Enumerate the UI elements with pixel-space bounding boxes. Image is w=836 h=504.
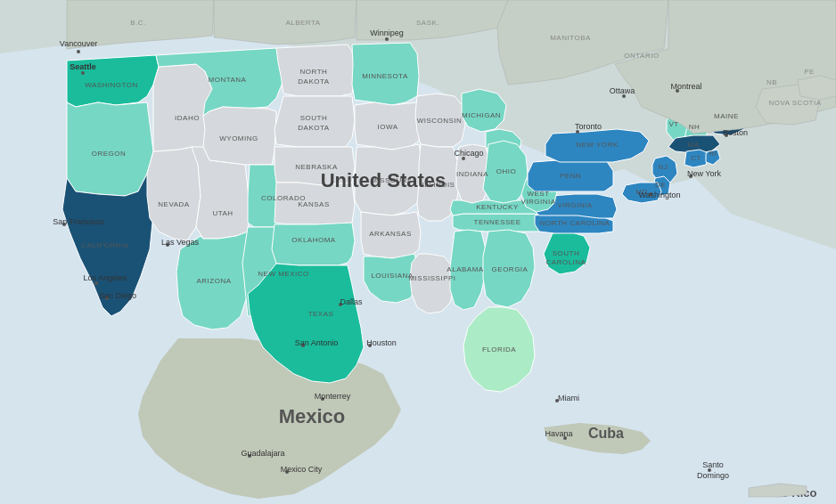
city-dot-la <box>94 281 98 285</box>
state-ok[interactable] <box>272 223 355 265</box>
city-dot-boston <box>725 134 728 137</box>
state-mo[interactable] <box>355 144 423 215</box>
state-ms[interactable] <box>410 254 455 313</box>
state-ny[interactable] <box>545 129 649 162</box>
city-dot-havana <box>563 436 567 440</box>
city-dot-seattle <box>81 71 85 75</box>
state-md[interactable] <box>622 183 661 203</box>
city-dot-guadalajara <box>248 454 251 458</box>
state-ia[interactable] <box>355 102 421 150</box>
state-wy[interactable] <box>203 107 276 165</box>
state-wi[interactable] <box>415 93 465 147</box>
city-dot-washington <box>649 192 652 196</box>
state-pa[interactable] <box>528 159 613 191</box>
city-dot-sf <box>62 223 66 226</box>
state-ne[interactable] <box>275 147 355 185</box>
state-ct[interactable] <box>684 150 709 167</box>
state-nv[interactable] <box>147 147 201 240</box>
state-ar[interactable] <box>361 212 421 258</box>
city-dot-miami <box>555 399 559 402</box>
city-dot-vancouver <box>77 50 80 53</box>
state-or[interactable] <box>67 102 153 196</box>
state-mn[interactable] <box>352 43 419 105</box>
city-dot-dallas <box>339 303 342 306</box>
city-dot-toronto <box>576 130 579 134</box>
cuba-label: Cuba <box>588 426 624 441</box>
city-dot-houston <box>368 344 372 347</box>
state-oh[interactable] <box>483 141 528 203</box>
city-dot-newyork <box>689 175 693 178</box>
mexico-label: Mexico <box>279 405 346 427</box>
city-dot-ottawa <box>622 94 626 98</box>
city-dot-santodomingo <box>708 468 711 472</box>
city-dot-montreal <box>676 89 679 93</box>
city-dot-mexicocity <box>285 470 289 474</box>
city-dot-lasvegas <box>166 243 169 247</box>
state-sd[interactable] <box>275 96 355 147</box>
map-container: WASHINGTON OREGON CALIFORNIA NEVADA IDAH… <box>0 0 836 504</box>
state-ks[interactable] <box>275 183 355 224</box>
city-dot-winnipeg <box>385 37 389 41</box>
city-dot-chicago <box>462 157 465 160</box>
state-az[interactable] <box>176 232 250 329</box>
city-dot-sanantonio <box>301 344 305 347</box>
state-nd[interactable] <box>276 45 355 96</box>
city-dot-sandiego <box>105 297 109 300</box>
city-dot-monterrey <box>321 397 324 401</box>
